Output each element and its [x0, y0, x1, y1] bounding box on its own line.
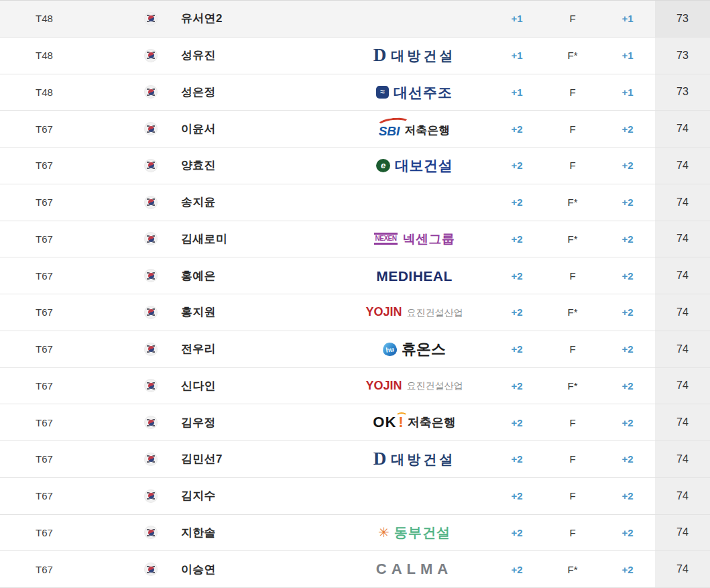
total-strokes: 74 [655, 184, 710, 221]
sponsor-mark-icon: NEXEN [374, 233, 398, 245]
korea-flag-icon [144, 416, 158, 429]
player-name[interactable]: 김새로미 [181, 231, 355, 247]
leaderboard-row[interactable]: T67 이승연 CALMA +2 F* +2 74 [0, 551, 710, 588]
korea-flag-icon [144, 232, 158, 245]
sponsor-cell: YOJIN요진건설산업 [355, 305, 489, 319]
player-name[interactable]: 지한솔 [181, 525, 355, 540]
sponsor-mark-icon: ≈ [376, 86, 389, 99]
player-name[interactable]: 유서연2 [181, 11, 355, 26]
total-strokes: 74 [655, 331, 710, 367]
round-score: +2 [489, 160, 545, 171]
leaderboard-row[interactable]: T67 이윤서 SBI저축은행 +2 F +2 74 [0, 111, 710, 148]
total-to-par: +2 [600, 490, 655, 502]
total-strokes: 74 [655, 478, 710, 514]
player-name[interactable]: 송지윤 [181, 194, 355, 210]
thru-status: F* [545, 380, 600, 392]
player-name[interactable]: 홍지원 [181, 304, 355, 320]
thru-status: F [545, 160, 600, 171]
total-strokes: 74 [655, 257, 710, 294]
leaderboard-row[interactable]: T67 김새로미 NEXEN넥센그룹 +2 F* +2 74 [0, 221, 710, 258]
round-score: +2 [489, 453, 545, 465]
leaderboard-row[interactable]: T48 성유진 D대방건설 +1 F* +1 73 [0, 38, 710, 74]
total-to-par: +2 [600, 306, 655, 318]
player-name[interactable]: 홍예은 [181, 268, 355, 284]
leaderboard-row[interactable]: T67 홍예은 MEDIHEAL +2 F +2 74 [0, 257, 710, 294]
sponsor-cell: MEDIHEAL [355, 269, 489, 283]
sponsor-label: 요진건설산업 [407, 308, 463, 317]
total-to-par: +2 [600, 343, 655, 355]
rank-label: T67 [0, 306, 88, 318]
sponsor-cell: OK!저축은행 [355, 414, 489, 431]
player-name[interactable]: 신다인 [181, 378, 355, 394]
leaderboard-row[interactable]: T67 전우리 hu휴온스 +2 F +2 74 [0, 331, 710, 368]
leaderboard-row[interactable]: T67 김지수 +2 F +2 74 [0, 478, 710, 515]
sponsor-cell: YOJIN요진건설산업 [355, 379, 489, 393]
leaderboard-row[interactable]: T67 김우정 OK!저축은행 +2 F +2 74 [0, 404, 710, 441]
total-to-par: +2 [600, 527, 655, 538]
korea-flag-icon [144, 85, 158, 99]
total-to-par: +2 [600, 123, 655, 135]
round-score: +2 [489, 343, 545, 355]
sponsor-label: 대선주조 [394, 85, 453, 99]
rank-label: T67 [0, 564, 88, 575]
total-strokes: 73 [655, 38, 710, 74]
rank-label: T48 [0, 86, 88, 98]
korea-flag-icon [144, 453, 158, 466]
rank-label: T67 [0, 490, 88, 502]
sponsor-logo-daebang: D대방건설 [373, 48, 456, 63]
player-name[interactable]: 성은정 [181, 84, 355, 100]
total-to-par: +1 [600, 86, 655, 98]
leaderboard-row[interactable]: T67 신다인 YOJIN요진건설산업 +2 F* +2 74 [0, 368, 710, 405]
player-name[interactable]: 양효진 [181, 158, 355, 173]
rank-label: T67 [0, 123, 88, 135]
player-name[interactable]: 이승연 [181, 562, 355, 577]
sponsor-logo-daebo: e대보건설 [376, 158, 453, 172]
player-name[interactable]: 김지수 [181, 488, 355, 504]
total-strokes: 74 [655, 221, 710, 257]
leaderboard-row[interactable]: T67 지한솔 ✳동부건설 +2 F +2 74 [0, 515, 710, 552]
thru-status: F [545, 490, 600, 502]
leaderboard-row[interactable]: T67 양효진 e대보건설 +2 F +2 74 [0, 148, 710, 184]
leaderboard-row[interactable]: T67 송지윤 +2 F* +2 74 [0, 184, 710, 221]
player-name[interactable]: 성유진 [181, 48, 355, 63]
thru-status: F [545, 453, 600, 465]
round-score: +1 [489, 50, 545, 61]
sponsor-logo-daesun: ≈대선주조 [376, 85, 453, 99]
sponsor-mark-icon: D [373, 48, 387, 63]
korea-flag-icon [144, 49, 158, 62]
thru-status: F [545, 417, 600, 428]
sponsor-cell: D대방건설 [355, 451, 489, 467]
total-strokes: 73 [655, 1, 710, 37]
thru-status: F* [545, 306, 600, 318]
round-score: +2 [489, 380, 545, 392]
leaderboard-row[interactable]: T48 성은정 ≈대선주조 +1 F +1 73 [0, 74, 710, 111]
sponsor-logo-yojin: YOJIN요진건설산업 [365, 379, 463, 393]
rank-label: T48 [0, 13, 88, 24]
leaderboard-row[interactable]: T67 김민선7 D대방건설 +2 F +2 74 [0, 441, 710, 478]
player-name[interactable]: 김우정 [181, 415, 355, 430]
sponsor-label: 휴온스 [402, 342, 446, 357]
player-name[interactable]: 전우리 [181, 341, 355, 357]
round-score: +2 [489, 196, 545, 208]
rank-label: T67 [0, 270, 88, 282]
sponsor-label: 동부건설 [394, 526, 451, 539]
thru-status: F [545, 123, 600, 135]
player-name[interactable]: 이윤서 [181, 121, 355, 137]
sponsor-mark-icon: e [376, 159, 390, 172]
sponsor-label: CALMA [376, 562, 453, 577]
round-score: +2 [489, 564, 545, 575]
sponsor-mark-icon: OK [373, 414, 396, 431]
rank-label: T67 [0, 417, 88, 428]
leaderboard-row[interactable]: T67 홍지원 YOJIN요진건설산업 +2 F* +2 74 [0, 294, 710, 331]
sponsor-label: 저축은행 [408, 416, 456, 428]
thru-status: F [545, 86, 600, 98]
sponsor-logo-calma: CALMA [376, 562, 453, 577]
player-name[interactable]: 김민선7 [181, 451, 355, 467]
sponsor-label: 대방건설 [391, 49, 455, 62]
sponsor-cell: e대보건설 [355, 158, 489, 172]
leaderboard-row[interactable]: T48 유서연2 +1 F +1 73 [0, 1, 710, 38]
sponsor-label: 저축은행 [404, 125, 450, 136]
korea-flag-icon [144, 343, 158, 356]
sponsor-logo-mediheal: MEDIHEAL [376, 269, 453, 283]
thru-status: F [545, 13, 600, 24]
